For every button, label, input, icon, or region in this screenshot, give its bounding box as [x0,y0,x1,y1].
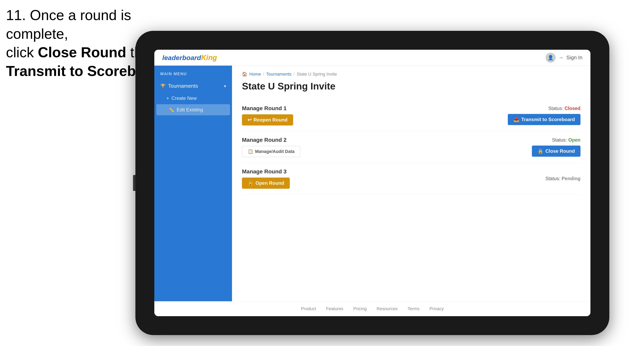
logo-leaderboard-text: leaderboard [162,54,201,62]
sidebar-edit-existing-label: Edit Existing [177,107,203,113]
tablet-screen: leaderboard King 👤 → Sign In MAIN MENU 🏆… [154,50,590,316]
top-navigation: leaderboard King 👤 → Sign In [154,50,590,66]
reopen-round-icon: ↩ [248,117,252,123]
round-2-status-value: Open [568,137,580,143]
logo-king-text: King [201,53,217,62]
footer: Product Features Pricing Resources Terms… [154,301,590,316]
main-area: MAIN MENU 🏆 Tournaments ▾ + Create New ✏… [154,66,590,301]
breadcrumb-sep-1: / [263,72,264,77]
round-1-title: Manage Round 1 [242,105,293,112]
edit-existing-icon: ✏️ [168,107,174,113]
close-round-button[interactable]: 🔒 Close Round [532,146,580,157]
round-3-left: Manage Round 3 🔓 Open Round [242,169,290,189]
round-2-title: Manage Round 2 [242,137,300,143]
round-2-status: Status: Open [552,137,580,143]
round-3-row: Manage Round 3 🔓 Open Round Status: Pend… [242,163,580,194]
footer-link-product[interactable]: Product [301,306,316,311]
transmit-icon: 📤 [513,117,519,122]
manage-audit-data-button[interactable]: 📋 Manage/Audit Data [242,146,300,157]
manage-audit-label: Manage/Audit Data [255,149,294,154]
footer-link-terms[interactable]: Terms [408,306,420,311]
footer-link-resources[interactable]: Resources [376,306,398,311]
breadcrumb-sep-2: / [294,72,295,77]
breadcrumb-home-link[interactable]: Home [249,72,261,77]
round-2-status-label: Status: [552,137,567,143]
round-3-right: Status: Pending [546,176,580,181]
create-new-icon: + [166,95,169,101]
main-menu-label: MAIN MENU [154,72,232,79]
sidebar-item-edit-existing[interactable]: ✏️ Edit Existing [156,104,230,115]
round-2-left: Manage Round 2 📋 Manage/Audit Data [242,137,300,157]
open-round-button[interactable]: 🔓 Open Round [242,177,290,189]
sign-in-area[interactable]: 👤 → Sign In [546,53,582,63]
sidebar-item-create-new[interactable]: + Create New [154,93,232,104]
round-2-row: Manage Round 2 📋 Manage/Audit Data Statu… [242,131,580,163]
breadcrumb-tournaments-link[interactable]: Tournaments [266,72,292,77]
sidebar-create-new-label: Create New [172,95,197,101]
round-3-status: Status: Pending [546,176,580,181]
round-3-status-label: Status: [546,176,560,181]
page-title: State U Spring Invite [242,81,580,92]
round-1-row: Manage Round 1 ↩ Reopen Round Status: Cl… [242,100,580,131]
round-1-status-label: Status: [548,106,563,111]
round-1-right: Status: Closed 📤 Transmit to Scoreboard [508,106,580,125]
round-3-title: Manage Round 3 [242,169,290,175]
round-2-right: Status: Open 🔒 Close Round [532,137,580,157]
instruction-line2-prefix: click [6,44,38,60]
instruction-step: 11. [6,7,26,23]
sidebar-tournaments-label: Tournaments [168,83,198,89]
logo: leaderboard King [162,53,217,62]
transmit-label: Transmit to Scoreboard [521,117,575,122]
breadcrumb-current-page: State U Spring Invite [297,72,337,77]
instruction-close-round-bold: Close Round [38,44,126,60]
tournaments-icon: 🏆 [160,84,166,89]
footer-link-pricing[interactable]: Pricing [353,306,366,311]
transmit-to-scoreboard-button[interactable]: 📤 Transmit to Scoreboard [508,114,580,125]
tablet-device: leaderboard King 👤 → Sign In MAIN MENU 🏆… [136,31,609,335]
round-1-status: Status: Closed [548,106,580,111]
avatar: 👤 [546,53,556,63]
reopen-round-label: Reopen Round [254,117,288,123]
content-area: 🏠 Home / Tournaments / State U Spring In… [232,66,590,301]
sidebar: MAIN MENU 🏆 Tournaments ▾ + Create New ✏… [154,66,232,301]
reopen-round-button[interactable]: ↩ Reopen Round [242,114,293,126]
close-round-label: Close Round [546,148,575,154]
breadcrumb-home-icon: 🏠 [242,72,247,77]
breadcrumb: 🏠 Home / Tournaments / State U Spring In… [242,72,580,77]
manage-audit-icon: 📋 [248,149,253,154]
chevron-down-icon: ▾ [224,84,226,88]
round-1-status-value: Closed [564,106,580,111]
sidebar-item-tournaments[interactable]: 🏆 Tournaments ▾ [154,79,232,93]
tablet-side-button [133,175,136,191]
footer-link-features[interactable]: Features [326,306,343,311]
round-3-status-value: Pending [562,176,580,181]
close-round-icon: 🔒 [538,148,544,154]
sign-in-icon: → [558,54,564,61]
footer-link-privacy[interactable]: Privacy [429,306,444,311]
round-1-left: Manage Round 1 ↩ Reopen Round [242,105,293,126]
open-round-icon: 🔓 [248,180,254,186]
open-round-label: Open Round [256,180,284,186]
sign-in-label[interactable]: Sign In [566,54,582,61]
